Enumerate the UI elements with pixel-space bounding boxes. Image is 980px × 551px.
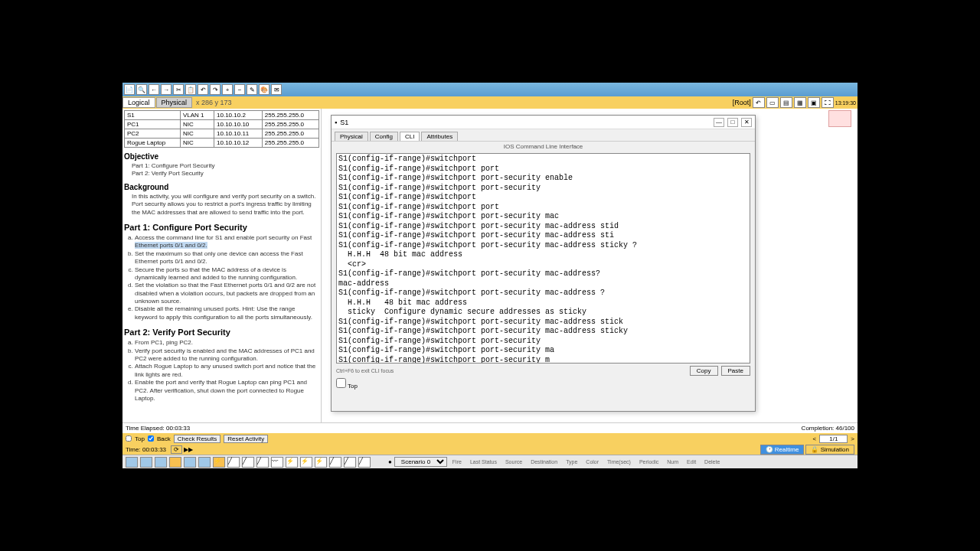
list-item: Attach Rogue Laptop to any unused switch… [135, 363, 319, 379]
col-header: Num [664, 459, 681, 465]
top-checkbox[interactable] [336, 378, 346, 388]
paste-button[interactable]: Paste [721, 366, 750, 376]
nav-icon[interactable]: ▭ [766, 97, 779, 108]
status-bar: Time Elapsed: 00:03:33 Completion: 46/10… [122, 422, 858, 433]
copy-button[interactable]: Copy [690, 366, 718, 376]
device-icon: ▪ [335, 119, 337, 126]
check-results-button[interactable]: Check Results [174, 435, 221, 443]
nav-icon[interactable]: ▣ [808, 97, 820, 108]
cable-icon[interactable]: ⚡ [286, 457, 298, 468]
toolbar-icon[interactable]: − [234, 84, 245, 95]
nav-back-icon[interactable]: ↶ [753, 97, 765, 108]
cable-icon[interactable]: ╱ [256, 457, 269, 468]
top-check[interactable] [126, 435, 132, 442]
list-item: From PC1, ping PC2. [135, 339, 319, 347]
tab-cli[interactable]: CLI [400, 132, 420, 141]
bottom-bar: Time: 00:03:33 ⟳ ▶▶ 🕐 Realtime 🔒 Simulat… [122, 444, 858, 455]
toolbar-icon[interactable]: 📋 [185, 84, 196, 95]
nav-icon[interactable]: ▤ [780, 97, 792, 108]
clock-label: 13:19:30 [835, 100, 856, 106]
toolbar-icon[interactable]: 🔍 [136, 84, 147, 95]
objective-item: Part 1: Configure Port Security [132, 162, 319, 170]
table-row: Rogue LaptopNIC10.10.10.12255.255.255.0 [125, 139, 319, 148]
cli-hint: Ctrl+F6 to exit CLI focus [336, 368, 394, 373]
tab-physical[interactable]: Physical [156, 97, 193, 108]
view-tabbar: Logical Physical x 286 y 173 [Root] ↶ ▭ … [122, 96, 858, 109]
device-category-icon[interactable] [155, 457, 167, 468]
completion-label: Completion: 46/100 [802, 425, 854, 432]
navigator-thumb[interactable] [828, 110, 851, 127]
cable-icon[interactable]: ╱ [344, 457, 356, 468]
device-tabs: Physical Config CLI Attributes [332, 129, 755, 142]
window-title: S1 [340, 119, 348, 126]
toolbar-icon[interactable]: 📄 [124, 84, 135, 95]
toolbar-icon[interactable]: ↶ [198, 84, 208, 95]
back-check[interactable] [148, 435, 154, 442]
main-toolbar: 📄 🔍 ← → ✂ 📋 ↶ ↷ + − ✎ 🎨 ✉ [122, 83, 858, 96]
maximize-button[interactable]: □ [727, 118, 738, 127]
window-titlebar[interactable]: ▪ S1 — □ ✕ [332, 116, 755, 129]
part1-steps: Access the command line for S1 and enabl… [135, 234, 319, 321]
minimize-button[interactable]: — [714, 118, 724, 127]
col-header: Destination [528, 459, 560, 465]
col-header: Source [502, 459, 525, 465]
toolbar-icon[interactable]: + [222, 84, 233, 95]
part2-heading: Part 2: Verify Port Security [124, 328, 319, 337]
toolbar-icon[interactable]: → [161, 84, 172, 95]
scenario-select[interactable]: Scenario 0 [394, 457, 447, 467]
device-category-icon[interactable] [198, 457, 211, 468]
workspace[interactable]: ▪ S1 — □ ✕ Physical Config CLI Attribute… [322, 109, 858, 422]
list-item: Access the command line for S1 and enabl… [135, 234, 319, 250]
list-item: Set the violation so that the Fast Ether… [135, 282, 319, 305]
col-header: Last Status [467, 459, 500, 465]
lightning-icon[interactable]: ⚡ [213, 457, 225, 468]
toolbar-icon[interactable]: 🎨 [259, 84, 270, 95]
device-category-icon[interactable] [169, 457, 181, 468]
power-cycle-button[interactable]: ⟳ [171, 445, 182, 454]
objective-heading: Objective [124, 152, 319, 161]
tab-physical[interactable]: Physical [335, 132, 368, 141]
cable-icon[interactable]: 〰 [271, 457, 283, 468]
cli-terminal[interactable]: S1(config-if-range)#switchport S1(config… [336, 153, 750, 364]
cable-icon[interactable]: ╱ [358, 457, 371, 468]
root-label: [Root] [733, 99, 751, 106]
cable-icon[interactable]: ⚡ [300, 457, 312, 468]
packet-tracer-window: 📄 🔍 ← → ✂ 📋 ↶ ↷ + − ✎ 🎨 ✉ Logical Physic… [122, 83, 858, 450]
device-category-icon[interactable] [140, 457, 152, 468]
cli-footer: Ctrl+F6 to exit CLI focus Copy Paste [332, 365, 755, 377]
toolbar-icon[interactable]: ✂ [173, 84, 184, 95]
time-elapsed: Time Elapsed: 00:03:33 [126, 425, 190, 432]
realtime-button[interactable]: 🕐 Realtime [760, 445, 805, 455]
tab-logical[interactable]: Logical [122, 97, 155, 108]
cable-icon[interactable]: ╱ [329, 457, 341, 468]
main-area: S1VLAN 110.10.10.2255.255.255.0 PC1NIC10… [122, 109, 858, 422]
device-category-icon[interactable] [184, 457, 196, 468]
list-item: Enable the port and verify that Rogue La… [135, 379, 319, 403]
play-button[interactable]: ▶▶ [184, 446, 193, 453]
tab-config[interactable]: Config [370, 132, 398, 141]
reset-activity-button[interactable]: Reset Activity [224, 435, 268, 443]
toolbar-icon[interactable]: ← [149, 84, 159, 95]
list-item: Verify port security is enabled and the … [135, 347, 319, 364]
col-header: Color [583, 459, 602, 465]
background-heading: Background [124, 183, 319, 191]
cable-icon[interactable]: ╱ [227, 457, 240, 468]
col-header: Delete [701, 459, 723, 465]
toolbar-icon[interactable]: ✉ [271, 84, 282, 95]
toolbar-icon[interactable]: ↷ [210, 84, 220, 95]
instructions-pane: S1VLAN 110.10.10.2255.255.255.0 PC1NIC10… [122, 109, 322, 422]
cable-icon[interactable]: ⚡ [315, 457, 327, 468]
tab-attributes[interactable]: Attributes [421, 132, 458, 141]
nav-icon[interactable]: ▦ [794, 97, 806, 108]
col-header: Periodic [636, 459, 662, 465]
toolbar-icon[interactable]: ✎ [247, 84, 257, 95]
col-header: Edit [684, 459, 699, 465]
close-button[interactable]: ✕ [741, 118, 752, 127]
simulation-button[interactable]: 🔒 Simulation [805, 445, 854, 455]
nav-icon[interactable]: ⛶ [822, 97, 834, 108]
page-indicator: 1/1 [819, 435, 848, 443]
cli-header: IOS Command Line Interface [332, 142, 755, 152]
cable-icon[interactable]: ╱ [242, 457, 254, 468]
col-header: Fire [449, 459, 465, 465]
device-category-icon[interactable] [126, 457, 138, 468]
